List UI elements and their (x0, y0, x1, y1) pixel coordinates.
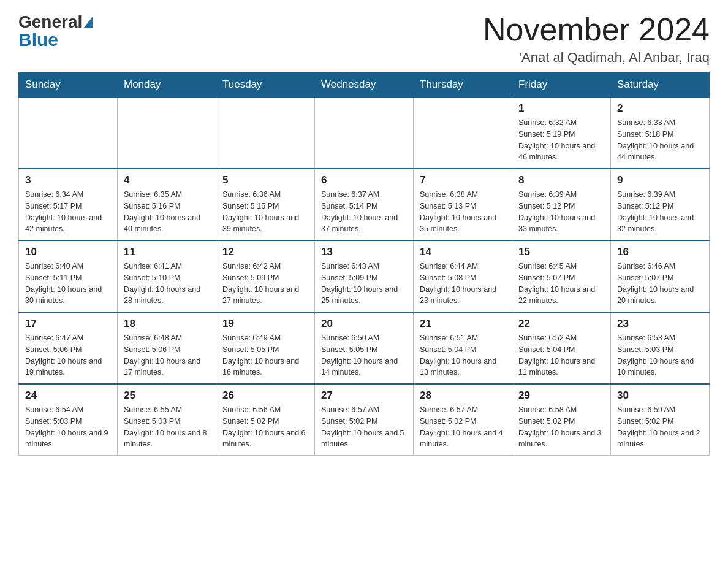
calendar-cell: 26Sunrise: 6:56 AMSunset: 5:02 PMDayligh… (216, 384, 315, 456)
day-number: 15 (518, 246, 604, 258)
day-info: Sunrise: 6:40 AMSunset: 5:11 PMDaylight:… (25, 261, 111, 307)
day-number: 4 (124, 174, 210, 186)
day-number: 21 (420, 318, 506, 330)
day-info: Sunrise: 6:45 AMSunset: 5:07 PMDaylight:… (518, 261, 604, 307)
day-info: Sunrise: 6:57 AMSunset: 5:02 PMDaylight:… (321, 404, 407, 450)
calendar-cell: 30Sunrise: 6:59 AMSunset: 5:02 PMDayligh… (611, 384, 710, 456)
day-info: Sunrise: 6:36 AMSunset: 5:15 PMDaylight:… (222, 189, 308, 235)
calendar-cell: 7Sunrise: 6:38 AMSunset: 5:13 PMDaylight… (414, 169, 512, 240)
day-info: Sunrise: 6:34 AMSunset: 5:17 PMDaylight:… (25, 189, 111, 235)
calendar-cell: 10Sunrise: 6:40 AMSunset: 5:11 PMDayligh… (19, 240, 118, 312)
weekday-header-saturday: Saturday (611, 72, 710, 98)
calendar-cell: 13Sunrise: 6:43 AMSunset: 5:09 PMDayligh… (315, 240, 414, 312)
calendar-table: SundayMondayTuesdayWednesdayThursdayFrid… (18, 72, 710, 456)
weekday-header-friday: Friday (512, 72, 611, 98)
day-info: Sunrise: 6:46 AMSunset: 5:07 PMDaylight:… (617, 261, 703, 307)
calendar-week-row: 1Sunrise: 6:32 AMSunset: 5:19 PMDaylight… (19, 98, 710, 169)
calendar-cell: 24Sunrise: 6:54 AMSunset: 5:03 PMDayligh… (19, 384, 118, 456)
calendar-cell: 22Sunrise: 6:52 AMSunset: 5:04 PMDayligh… (512, 312, 611, 384)
calendar-cell: 20Sunrise: 6:50 AMSunset: 5:05 PMDayligh… (315, 312, 414, 384)
day-number: 7 (420, 174, 506, 186)
day-number: 29 (518, 389, 604, 402)
calendar-cell (216, 98, 315, 169)
day-info: Sunrise: 6:43 AMSunset: 5:09 PMDaylight:… (321, 261, 407, 307)
day-number: 22 (518, 318, 604, 330)
calendar-cell: 15Sunrise: 6:45 AMSunset: 5:07 PMDayligh… (512, 240, 611, 312)
calendar-cell: 12Sunrise: 6:42 AMSunset: 5:09 PMDayligh… (216, 240, 315, 312)
day-number: 3 (25, 174, 111, 186)
weekday-header-wednesday: Wednesday (315, 72, 414, 98)
calendar-cell: 9Sunrise: 6:39 AMSunset: 5:12 PMDaylight… (611, 169, 710, 240)
calendar-week-row: 3Sunrise: 6:34 AMSunset: 5:17 PMDaylight… (19, 169, 710, 240)
calendar-cell: 6Sunrise: 6:37 AMSunset: 5:14 PMDaylight… (315, 169, 414, 240)
calendar-cell: 5Sunrise: 6:36 AMSunset: 5:15 PMDaylight… (216, 169, 315, 240)
page-header: General Blue November 2024 'Anat al Qadi… (18, 12, 710, 66)
day-number: 16 (617, 246, 703, 258)
day-number: 19 (222, 318, 308, 330)
calendar-cell: 16Sunrise: 6:46 AMSunset: 5:07 PMDayligh… (611, 240, 710, 312)
day-info: Sunrise: 6:52 AMSunset: 5:04 PMDaylight:… (518, 332, 604, 378)
day-number: 11 (124, 246, 210, 258)
day-info: Sunrise: 6:58 AMSunset: 5:02 PMDaylight:… (518, 404, 604, 450)
day-number: 28 (420, 389, 506, 402)
calendar-cell: 29Sunrise: 6:58 AMSunset: 5:02 PMDayligh… (512, 384, 611, 456)
day-number: 17 (25, 318, 111, 330)
day-info: Sunrise: 6:32 AMSunset: 5:19 PMDaylight:… (518, 117, 604, 163)
day-info: Sunrise: 6:39 AMSunset: 5:12 PMDaylight:… (518, 189, 604, 235)
location-subtitle: 'Anat al Qadimah, Al Anbar, Iraq (483, 50, 710, 66)
calendar-cell: 19Sunrise: 6:49 AMSunset: 5:05 PMDayligh… (216, 312, 315, 384)
day-info: Sunrise: 6:50 AMSunset: 5:05 PMDaylight:… (321, 332, 407, 378)
month-title: November 2024 (483, 12, 710, 47)
day-info: Sunrise: 6:53 AMSunset: 5:03 PMDaylight:… (617, 332, 703, 378)
day-info: Sunrise: 6:42 AMSunset: 5:09 PMDaylight:… (222, 261, 308, 307)
calendar-cell (19, 98, 118, 169)
calendar-cell: 25Sunrise: 6:55 AMSunset: 5:03 PMDayligh… (118, 384, 216, 456)
calendar-cell (315, 98, 414, 169)
day-number: 27 (321, 389, 407, 402)
day-info: Sunrise: 6:54 AMSunset: 5:03 PMDaylight:… (25, 404, 111, 450)
title-block: November 2024 'Anat al Qadimah, Al Anbar… (483, 12, 710, 66)
logo: General Blue (18, 12, 94, 49)
day-info: Sunrise: 6:57 AMSunset: 5:02 PMDaylight:… (420, 404, 506, 450)
weekday-header-tuesday: Tuesday (216, 72, 315, 98)
day-info: Sunrise: 6:35 AMSunset: 5:16 PMDaylight:… (124, 189, 210, 235)
day-number: 18 (124, 318, 210, 330)
day-info: Sunrise: 6:51 AMSunset: 5:04 PMDaylight:… (420, 332, 506, 378)
calendar-cell: 18Sunrise: 6:48 AMSunset: 5:06 PMDayligh… (118, 312, 216, 384)
day-info: Sunrise: 6:38 AMSunset: 5:13 PMDaylight:… (420, 189, 506, 235)
day-number: 8 (518, 174, 604, 186)
weekday-header-thursday: Thursday (414, 72, 512, 98)
calendar-header-row: SundayMondayTuesdayWednesdayThursdayFrid… (19, 72, 710, 98)
calendar-cell: 28Sunrise: 6:57 AMSunset: 5:02 PMDayligh… (414, 384, 512, 456)
calendar-cell (118, 98, 216, 169)
weekday-header-sunday: Sunday (19, 72, 118, 98)
calendar-cell: 4Sunrise: 6:35 AMSunset: 5:16 PMDaylight… (118, 169, 216, 240)
calendar-cell: 23Sunrise: 6:53 AMSunset: 5:03 PMDayligh… (611, 312, 710, 384)
calendar-cell (414, 98, 512, 169)
calendar-cell: 17Sunrise: 6:47 AMSunset: 5:06 PMDayligh… (19, 312, 118, 384)
day-number: 12 (222, 246, 308, 258)
day-info: Sunrise: 6:33 AMSunset: 5:18 PMDaylight:… (617, 117, 703, 163)
day-info: Sunrise: 6:47 AMSunset: 5:06 PMDaylight:… (25, 332, 111, 378)
calendar-cell: 2Sunrise: 6:33 AMSunset: 5:18 PMDaylight… (611, 98, 710, 169)
day-number: 6 (321, 174, 407, 186)
day-number: 20 (321, 318, 407, 330)
day-number: 25 (124, 389, 210, 402)
calendar-cell: 14Sunrise: 6:44 AMSunset: 5:08 PMDayligh… (414, 240, 512, 312)
calendar-cell: 11Sunrise: 6:41 AMSunset: 5:10 PMDayligh… (118, 240, 216, 312)
calendar-cell: 8Sunrise: 6:39 AMSunset: 5:12 PMDaylight… (512, 169, 611, 240)
day-number: 13 (321, 246, 407, 258)
logo-blue-text: Blue (18, 31, 58, 49)
calendar-week-row: 10Sunrise: 6:40 AMSunset: 5:11 PMDayligh… (19, 240, 710, 312)
day-number: 30 (617, 389, 703, 402)
day-number: 5 (222, 174, 308, 186)
day-number: 9 (617, 174, 703, 186)
day-info: Sunrise: 6:49 AMSunset: 5:05 PMDaylight:… (222, 332, 308, 378)
day-info: Sunrise: 6:59 AMSunset: 5:02 PMDaylight:… (617, 404, 703, 450)
day-info: Sunrise: 6:41 AMSunset: 5:10 PMDaylight:… (124, 261, 210, 307)
day-info: Sunrise: 6:44 AMSunset: 5:08 PMDaylight:… (420, 261, 506, 307)
calendar-cell: 27Sunrise: 6:57 AMSunset: 5:02 PMDayligh… (315, 384, 414, 456)
day-info: Sunrise: 6:39 AMSunset: 5:12 PMDaylight:… (617, 189, 703, 235)
day-number: 23 (617, 318, 703, 330)
calendar-week-row: 17Sunrise: 6:47 AMSunset: 5:06 PMDayligh… (19, 312, 710, 384)
